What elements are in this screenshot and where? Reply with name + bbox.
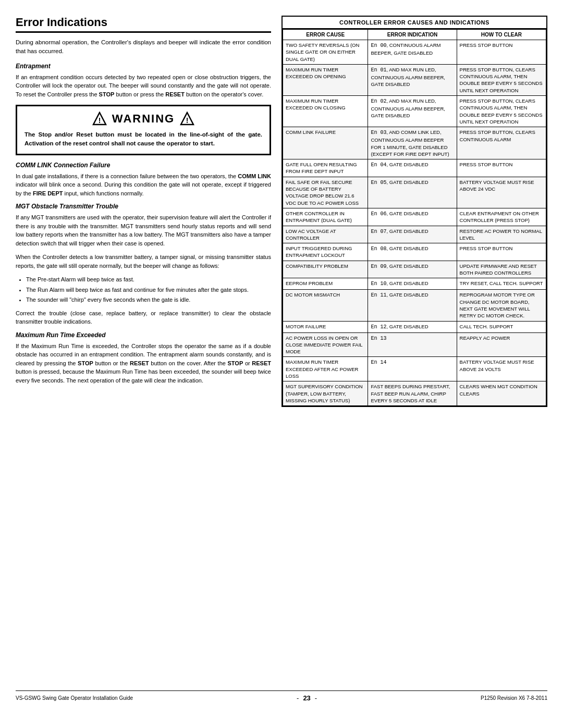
cell-cause: COMM LINK FAILURE: [283, 127, 368, 159]
table-row: COMM LINK FAILUREEn 03, AND COMM LINK LE…: [283, 127, 546, 159]
left-column: Error Indications During abnormal operat…: [16, 16, 271, 680]
warning-header: ! WARNING !: [25, 112, 262, 126]
cell-cause: INPUT TRIGGERED DURING ENTRAPMENT LOCKOU…: [283, 243, 368, 261]
cell-indication: En 12, GATE DISABLED: [368, 321, 457, 332]
footer-left: VS-GSWG Swing Gate Operator Installation…: [16, 695, 133, 701]
table-row: MAXIMUM RUN TIMER EXCEEDED AFTER AC POWE…: [283, 357, 546, 381]
cell-cause: DC MOTOR MISMATCH: [283, 290, 368, 321]
cell-indication: En 01, AND MAX RUN LED, CONTINUOUS ALARM…: [368, 64, 457, 95]
warning-triangle-left-icon: !: [92, 112, 107, 126]
cell-indication: En 03, AND COMM LINK LED, CONTINUOUS ALA…: [368, 127, 457, 159]
table-row: GATE FULL OPEN RESULTING FROM FIRE DEPT …: [283, 159, 546, 177]
mgt-text2: When the Controller detects a low transm…: [16, 253, 271, 270]
cell-cause: MAXIMUM RUN TIMER EXCEEDED ON OPENING: [283, 64, 368, 95]
comm-link-title: COMM LINK Connection Failure: [16, 162, 271, 169]
svg-text:!: !: [186, 116, 189, 125]
mgt-title: MGT Obstacle Transmitter Trouble: [16, 203, 271, 210]
col-header-how-to-clear: HOW TO CLEAR: [457, 30, 546, 40]
mgt-text1: If any MGT transmitters are used with th…: [16, 213, 271, 248]
cell-cause: MGT SUPERVISORY CONDITION (TAMPER, LOW B…: [283, 381, 368, 406]
cell-indication: En 06, GATE DISABLED: [368, 208, 457, 226]
right-column: CONTROLLER ERROR CAUSES AND INDICATIONS …: [282, 16, 547, 680]
cell-how-to-clear: CLEAR ENTRAPMENT ON OTHER CONTROLLER (PR…: [457, 208, 546, 226]
table-row: LOW AC VOLTAGE AT CONTROLLEREn 07, GATE …: [283, 226, 546, 243]
cell-indication: En 00, CONTINUOUS ALARM BEEPER, GATE DIS…: [368, 40, 457, 65]
cell-indication: En 13: [368, 332, 457, 357]
table-row: MAXIMUM RUN TIMER EXCEEDED ON OPENINGEn …: [283, 64, 546, 95]
table-row: COMPATIBILITY PROBLEMEn 09, GATE DISABLE…: [283, 261, 546, 278]
cell-indication: En 08, GATE DISABLED: [368, 243, 457, 261]
cell-cause: AC POWER LOSS IN OPEN OR CLOSE IMMEDIATE…: [283, 332, 368, 357]
svg-text:!: !: [98, 116, 101, 125]
mgt-bullet-list: The Pre-start Alarm will beep twice as f…: [26, 275, 271, 305]
cell-cause: GATE FULL OPEN RESULTING FROM FIRE DEPT …: [283, 159, 368, 177]
table-row: EEPROM PROBLEMEn 10, GATE DISABLEDTRY RE…: [283, 278, 546, 290]
page-title: Error Indications: [16, 16, 271, 33]
cell-cause: EEPROM PROBLEM: [283, 278, 368, 290]
table-header-row: ERROR CAUSE ERROR INDICATION HOW TO CLEA…: [283, 30, 546, 40]
max-run-text: If the Maximum Run Time is exceeded, the…: [16, 342, 271, 385]
cell-indication: En 09, GATE DISABLED: [368, 261, 457, 278]
cell-cause: OTHER CONTROLLER IN ENTRAPMENT (DUAL GAT…: [283, 208, 368, 226]
table-row: TWO SAFETY REVERSALS (ON SINGLE GATE OR …: [283, 40, 546, 65]
error-table: ERROR CAUSE ERROR INDICATION HOW TO CLEA…: [283, 29, 546, 406]
cell-indication: En 02, AND MAX RUN LED, CONTINUOUS ALARM…: [368, 96, 457, 127]
error-table-title: CONTROLLER ERROR CAUSES AND INDICATIONS: [283, 17, 546, 29]
comm-link-section: COMM LINK Connection Failure In dual gat…: [16, 162, 271, 198]
footer-right: P1250 Revision X6 7-8-2011: [481, 695, 547, 701]
cell-how-to-clear: PRESS STOP BUTTON, CLEARS CONTINUOUS ALA…: [457, 64, 546, 95]
entrapment-section: Entrapment If an entrapment condition oc…: [16, 63, 271, 99]
comm-link-text: In dual gate installations, if there is …: [16, 172, 271, 198]
warning-triangle-right-icon: !: [180, 112, 194, 126]
bullet-2: The Run Alarm will beep twice as fast an…: [26, 286, 271, 295]
cell-how-to-clear: CLEARS WHEN MGT CONDITION CLEARS: [457, 381, 546, 406]
max-run-title: Maximum Run Time Exceeded: [16, 331, 271, 339]
table-row: DC MOTOR MISMATCHEn 11, GATE DISABLEDREP…: [283, 290, 546, 321]
footer: VS-GSWG Swing Gate Operator Installation…: [16, 690, 547, 702]
entrapment-title: Entrapment: [16, 63, 271, 70]
cell-how-to-clear: CALL TECH. SUPPORT: [457, 321, 546, 332]
cell-indication: En 10, GATE DISABLED: [368, 278, 457, 290]
cell-how-to-clear: PRESS STOP BUTTON: [457, 159, 546, 177]
cell-cause: LOW AC VOLTAGE AT CONTROLLER: [283, 226, 368, 243]
mgt-text3: Correct the trouble (close case, replace…: [16, 309, 271, 326]
cell-indication: En 04, GATE DISABLED: [368, 159, 457, 177]
cell-indication: En 07, GATE DISABLED: [368, 226, 457, 243]
error-table-wrapper: CONTROLLER ERROR CAUSES AND INDICATIONS …: [282, 16, 547, 407]
cell-indication: En 05, GATE DISABLED: [368, 177, 457, 208]
cell-how-to-clear: PRESS STOP BUTTON, CLEARS CONTINUOUS ALA…: [457, 127, 546, 159]
cell-how-to-clear: REPROGRAM MOTOR TYPE OR CHANGE DC MOTOR …: [457, 290, 546, 321]
cell-how-to-clear: BATTERY VOLTAGE MUST RISE ABOVE 24 VDC: [457, 177, 546, 208]
cell-how-to-clear: TRY RESET, CALL TECH. SUPPORT: [457, 278, 546, 290]
entrapment-text: If an entrapment condition occurs detect…: [16, 73, 271, 99]
warning-body: The Stop and/or Reset button must be loc…: [25, 130, 262, 149]
table-row: MGT SUPERVISORY CONDITION (TAMPER, LOW B…: [283, 381, 546, 406]
page: Error Indications During abnormal operat…: [0, 0, 563, 728]
cell-how-to-clear: BATTERY VOLTAGE MUST RISE ABOVE 24 VOLTS: [457, 357, 546, 381]
bullet-3: The sounder will "chirp" every five seco…: [26, 295, 271, 305]
cell-cause: MAXIMUM RUN TIMER EXCEEDED AFTER AC POWE…: [283, 357, 368, 381]
cell-cause: MOTOR FAILURE: [283, 321, 368, 332]
cell-cause: COMPATIBILITY PROBLEM: [283, 261, 368, 278]
cell-how-to-clear: RESTORE AC POWER TO NORMAL LEVEL: [457, 226, 546, 243]
page-number: 23: [303, 694, 310, 702]
col-header-cause: ERROR CAUSE: [283, 30, 368, 40]
max-run-section: Maximum Run Time Exceeded If the Maximum…: [16, 331, 271, 385]
cell-cause: FAIL SAFE OR FAIL SECURE BECAUSE OF BATT…: [283, 177, 368, 208]
warning-label: WARNING: [112, 112, 175, 126]
cell-how-to-clear: PRESS STOP BUTTON: [457, 40, 546, 65]
table-row: OTHER CONTROLLER IN ENTRAPMENT (DUAL GAT…: [283, 208, 546, 226]
cell-indication: FAST BEEPS DURING PRESTART, FAST BEEP RU…: [368, 381, 457, 406]
cell-indication: En 11, GATE DISABLED: [368, 290, 457, 321]
cell-how-to-clear: PRESS STOP BUTTON: [457, 243, 546, 261]
cell-cause: TWO SAFETY REVERSALS (ON SINGLE GATE OR …: [283, 40, 368, 65]
col-header-indication: ERROR INDICATION: [368, 30, 457, 40]
cell-cause: MAXIMUM RUN TIMER EXCEEDED ON CLOSING: [283, 96, 368, 127]
cell-how-to-clear: PRESS STOP BUTTON, CLEARS CONTINUOUS ALA…: [457, 96, 546, 127]
table-row: AC POWER LOSS IN OPEN OR CLOSE IMMEDIATE…: [283, 332, 546, 357]
cell-how-to-clear: REAPPLY AC POWER: [457, 332, 546, 357]
table-row: INPUT TRIGGERED DURING ENTRAPMENT LOCKOU…: [283, 243, 546, 261]
content-area: Error Indications During abnormal operat…: [16, 16, 547, 680]
cell-indication: En 14: [368, 357, 457, 381]
bullet-1: The Pre-start Alarm will beep twice as f…: [26, 275, 271, 285]
